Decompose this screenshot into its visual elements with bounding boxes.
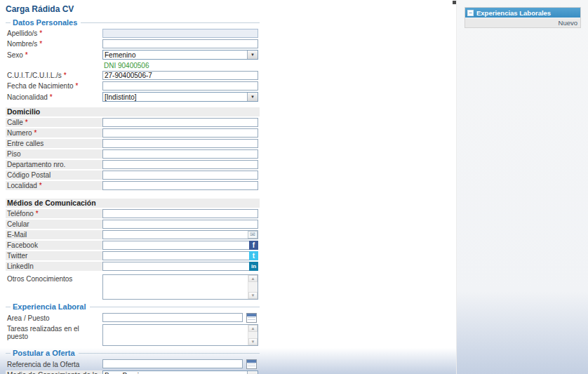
medio-conocimiento-select[interactable]: Base Propia ▼	[102, 370, 258, 374]
fecha-nacimiento-input[interactable]	[102, 81, 258, 91]
entre-calles-label: Entre calles	[6, 139, 102, 148]
nombre-input[interactable]	[102, 39, 258, 48]
form-row-medio-conocimiento: Medio de Conocimiento de la Oferta Base …	[6, 370, 260, 374]
referencia-oferta-input[interactable]	[102, 359, 243, 368]
legend-line	[90, 307, 260, 307]
required-asterisk: *	[39, 40, 42, 48]
scroll-up-icon[interactable]: ▲	[248, 275, 258, 282]
email-label: E-Mail	[6, 230, 102, 239]
scroll-down-icon[interactable]: ▼	[248, 338, 258, 345]
sexo-select[interactable]: Femenino ▼	[102, 50, 258, 60]
scroll-up-icon[interactable]: ▲	[248, 325, 258, 332]
nacionalidad-label: Nacionalidad *	[6, 92, 102, 102]
referencia-oferta-label: Referencia de la Oferta	[6, 359, 102, 369]
required-asterisk: *	[39, 182, 42, 189]
twitter-input[interactable]	[102, 251, 258, 260]
nacionalidad-select[interactable]: [Indistinto] ▼	[102, 92, 258, 102]
legend-line	[79, 353, 260, 354]
sexo-label: Sexo *	[6, 50, 102, 60]
legend-text: Datos Personales	[13, 18, 77, 27]
label-text: Nacionalidad	[7, 93, 48, 101]
required-asterisk: *	[25, 51, 28, 59]
localidad-label: Localidad *	[6, 181, 102, 190]
label-text: LinkedIn	[7, 262, 34, 270]
dropdown-arrow-icon[interactable]: ▼	[247, 51, 258, 59]
form-row-telefono: Teléfono *	[6, 209, 260, 218]
legend-line	[6, 22, 11, 23]
twitter-icon[interactable]: t	[249, 251, 258, 260]
celular-input[interactable]	[102, 220, 258, 229]
section-header-domicilio: Domicilio	[6, 107, 260, 116]
textarea-scrollbar[interactable]: ▲ ▼	[248, 325, 258, 345]
area-puesto-label: Area / Puesto	[6, 313, 102, 323]
area-puesto-input[interactable]	[102, 313, 243, 322]
dropdown-arrow-icon[interactable]: ▼	[247, 371, 258, 374]
splitter-handle[interactable]	[453, 1, 456, 4]
lookup-grid-icon[interactable]	[246, 359, 257, 369]
medio-conocimiento-label: Medio de Conocimiento de la Oferta	[6, 370, 102, 374]
section-header-medios: Médios de Comunicación	[6, 199, 260, 208]
nombre-label: Nombre/s *	[6, 39, 102, 48]
facebook-icon[interactable]: f	[249, 241, 258, 250]
panel-title: Experiencias Laborales	[476, 9, 551, 17]
panel-action-row: Nuevo	[465, 18, 580, 27]
linkedin-input[interactable]	[102, 262, 258, 271]
linkedin-label: LinkedIn	[6, 262, 102, 271]
page-title: Carga Rádida CV	[6, 4, 260, 14]
piso-label: Piso	[6, 149, 102, 159]
required-asterisk: *	[76, 82, 79, 90]
sexo-select-value: Femenino	[103, 51, 247, 59]
entre-calles-input[interactable]	[102, 139, 258, 148]
facebook-label: Facebook	[6, 241, 102, 250]
linkedin-icon[interactable]: in	[249, 262, 258, 271]
tareas-textarea[interactable]: ▲ ▼	[102, 324, 258, 346]
lookup-grid-icon[interactable]	[246, 313, 257, 323]
piso-input[interactable]	[102, 149, 258, 159]
form-row-referencia-oferta: Referencia de la Oferta	[6, 359, 260, 369]
required-asterisk: *	[36, 210, 39, 218]
required-asterisk: *	[39, 29, 42, 37]
form-row-nacionalidad: Nacionalidad * [Indistinto] ▼	[6, 92, 260, 102]
form-row-tareas: Tareas realizadas en el puesto ▲ ▼	[6, 324, 260, 346]
textarea-scrollbar[interactable]: ▲ ▼	[248, 275, 258, 299]
label-text: C.U.I.T./C.U.I.L./s	[7, 72, 62, 79]
legend-line	[81, 22, 260, 23]
label-text: Tareas realizadas en el puesto	[7, 325, 101, 340]
fecha-nacimiento-label: Fecha de Nacimiento *	[6, 81, 102, 91]
panel-header[interactable]: − Experiencias Laborales	[465, 8, 580, 18]
departamento-input[interactable]	[102, 160, 258, 169]
localidad-input[interactable]	[102, 181, 258, 190]
label-text: Area / Puesto	[7, 314, 50, 322]
form-row-piso: Piso	[6, 149, 260, 159]
label-text: Entre calles	[7, 140, 44, 147]
calle-input[interactable]	[102, 118, 258, 127]
dropdown-arrow-icon[interactable]: ▼	[247, 93, 258, 101]
numero-input[interactable]	[102, 128, 258, 138]
label-text: Piso	[7, 150, 20, 158]
form-row-codigo-postal: Código Postal	[6, 171, 260, 180]
label-text: Referencia de la Oferta	[7, 361, 79, 368]
required-asterisk: *	[50, 93, 53, 101]
collapse-icon[interactable]: −	[467, 10, 474, 16]
numero-label: Numero *	[6, 128, 102, 138]
right-pane	[456, 0, 588, 374]
scroll-down-icon[interactable]: ▼	[248, 292, 258, 299]
otros-conocimientos-textarea[interactable]: ▲ ▼	[102, 274, 258, 300]
label-text: Facebook	[7, 241, 38, 249]
otros-conocimientos-label: Otros Conocimientos	[6, 274, 102, 300]
apellido-input[interactable]	[102, 29, 258, 38]
facebook-input[interactable]	[102, 241, 258, 250]
label-text: Sexo	[7, 51, 23, 59]
email-input[interactable]	[102, 230, 258, 239]
form-row-area-puesto: Area / Puesto	[6, 313, 260, 323]
email-envelope-icon[interactable]: ✉	[248, 231, 258, 239]
section-legend-postular-oferta: Postular a Oferta	[6, 349, 260, 357]
experiencias-laborales-panel: − Experiencias Laborales Nuevo	[465, 7, 581, 28]
codigo-postal-label: Código Postal	[6, 171, 102, 180]
cuit-input[interactable]	[102, 71, 258, 80]
telefono-input[interactable]	[102, 209, 258, 218]
dropdown-glyph: ▼	[250, 95, 255, 99]
codigo-postal-input[interactable]	[102, 171, 258, 180]
label-text: E-Mail	[7, 231, 27, 239]
nuevo-link[interactable]: Nuevo	[559, 19, 577, 27]
